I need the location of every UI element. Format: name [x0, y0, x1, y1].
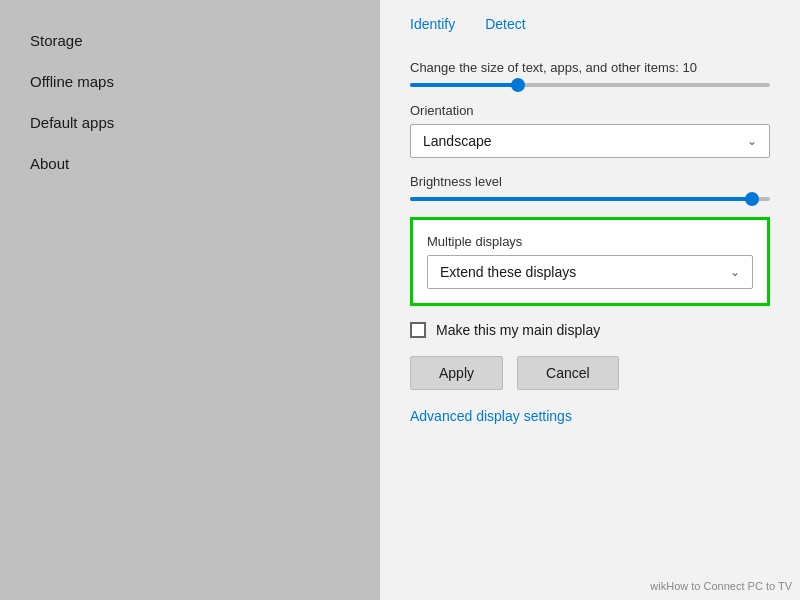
multiple-displays-value: Extend these displays	[440, 264, 576, 280]
watermark: wikHow to Connect PC to TV	[650, 580, 792, 592]
right-panel: Identify Detect Change the size of text,…	[380, 0, 800, 600]
sidebar: Storage Offline maps Default apps About	[0, 0, 380, 600]
multiple-displays-dropdown[interactable]: Extend these displays ⌄	[427, 255, 753, 289]
top-links: Identify Detect	[410, 0, 770, 44]
buttons-row: Apply Cancel	[410, 356, 770, 390]
orientation-arrow-icon: ⌄	[747, 134, 757, 148]
brightness-slider-thumb[interactable]	[745, 192, 759, 206]
multiple-displays-arrow-icon: ⌄	[730, 265, 740, 279]
sidebar-item-offline-maps[interactable]: Offline maps	[30, 61, 380, 102]
main-display-row: Make this my main display	[410, 322, 770, 338]
brightness-slider-track[interactable]	[410, 197, 770, 201]
detect-link[interactable]: Detect	[485, 16, 525, 32]
multiple-displays-label: Multiple displays	[427, 234, 753, 249]
text-size-slider-fill	[410, 83, 518, 87]
sidebar-item-storage[interactable]: Storage	[30, 20, 380, 61]
text-size-slider-thumb[interactable]	[511, 78, 525, 92]
advanced-display-settings-link[interactable]: Advanced display settings	[410, 408, 572, 424]
main-display-label: Make this my main display	[436, 322, 600, 338]
text-size-slider-track[interactable]	[410, 83, 770, 87]
apply-button[interactable]: Apply	[410, 356, 503, 390]
brightness-slider-fill	[410, 197, 752, 201]
brightness-label: Brightness level	[410, 174, 770, 189]
sidebar-item-default-apps[interactable]: Default apps	[30, 102, 380, 143]
multiple-displays-box: Multiple displays Extend these displays …	[410, 217, 770, 306]
orientation-label: Orientation	[410, 103, 770, 118]
orientation-dropdown[interactable]: Landscape ⌄	[410, 124, 770, 158]
cancel-button[interactable]: Cancel	[517, 356, 619, 390]
orientation-value: Landscape	[423, 133, 492, 149]
identify-link[interactable]: Identify	[410, 16, 455, 32]
sidebar-item-about[interactable]: About	[30, 143, 380, 184]
text-size-label: Change the size of text, apps, and other…	[410, 60, 770, 75]
main-display-checkbox[interactable]	[410, 322, 426, 338]
